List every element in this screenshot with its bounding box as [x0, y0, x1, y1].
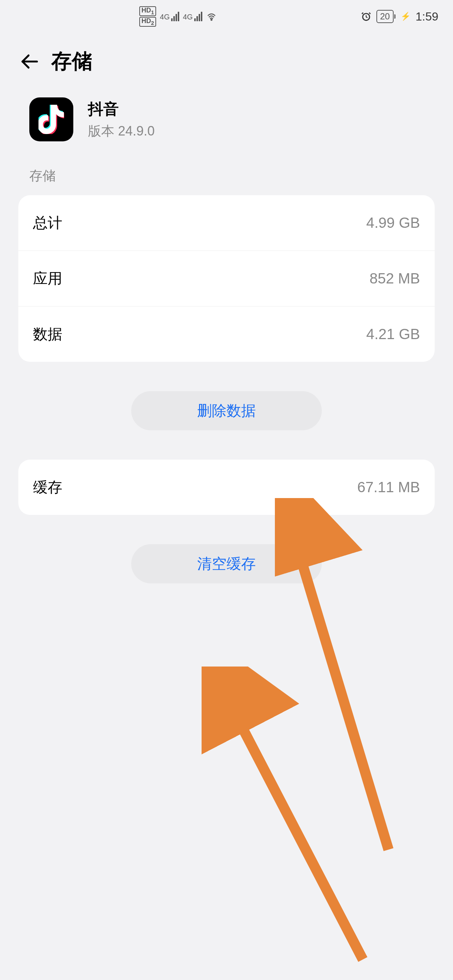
clock-time: 1:59 — [416, 10, 438, 24]
row-value: 67.11 MB — [357, 479, 420, 495]
svg-point-0 — [211, 19, 212, 21]
row-label: 总计 — [33, 213, 62, 233]
status-left: HD1 HD2 4G 4G — [139, 6, 217, 27]
signal-bars-icon — [171, 12, 179, 21]
clear-data-wrap: 删除数据 — [0, 362, 453, 460]
signal-bars-icon — [194, 12, 202, 21]
app-info: 抖音 版本 24.9.0 — [0, 97, 453, 167]
annotation-arrow-2 — [202, 667, 385, 980]
hd-badges: HD1 HD2 — [139, 6, 156, 27]
cache-card: 缓存 67.11 MB — [18, 460, 435, 515]
status-bar: HD1 HD2 4G 4G 20 — [0, 0, 453, 33]
back-button[interactable] — [18, 51, 40, 73]
signal-2: 4G — [183, 12, 202, 21]
app-icon-douyin — [29, 97, 73, 142]
clear-data-button[interactable]: 删除数据 — [131, 391, 322, 430]
row-value: 4.99 GB — [366, 215, 420, 231]
row-cache: 缓存 67.11 MB — [18, 460, 435, 515]
row-label: 应用 — [33, 269, 62, 289]
row-data: 数据 4.21 GB — [18, 307, 435, 362]
signal-1: 4G — [160, 12, 179, 21]
row-value: 4.21 GB — [366, 326, 420, 342]
page-header: 存储 — [0, 33, 453, 97]
network-label-2: 4G — [183, 13, 193, 21]
storage-card: 总计 4.99 GB 应用 852 MB 数据 4.21 GB — [18, 195, 435, 362]
wifi-icon — [206, 12, 217, 21]
charging-icon: ⚡ — [400, 12, 410, 21]
network-label-1: 4G — [160, 13, 170, 21]
battery-level: 20 — [376, 10, 394, 23]
alarm-icon — [361, 11, 371, 22]
row-total: 总计 4.99 GB — [18, 195, 435, 251]
tiktok-icon — [38, 105, 64, 134]
hd1-badge: HD1 — [139, 6, 156, 16]
svg-line-6 — [216, 678, 363, 959]
row-app: 应用 852 MB — [18, 251, 435, 307]
row-label: 缓存 — [33, 477, 62, 497]
battery-indicator: 20 — [376, 10, 396, 23]
row-label: 数据 — [33, 324, 62, 344]
clear-cache-button[interactable]: 清空缓存 — [131, 544, 322, 583]
app-name: 抖音 — [88, 99, 155, 119]
hd2-badge: HD2 — [139, 17, 156, 27]
section-label-storage: 存储 — [0, 167, 453, 195]
row-value: 852 MB — [369, 270, 420, 287]
page-title: 存储 — [51, 48, 93, 75]
status-right: 20 ⚡ 1:59 — [361, 10, 438, 24]
app-details: 抖音 版本 24.9.0 — [88, 99, 155, 140]
clear-cache-wrap: 清空缓存 — [0, 515, 453, 612]
app-version: 版本 24.9.0 — [88, 123, 155, 140]
back-arrow-icon — [20, 52, 38, 71]
